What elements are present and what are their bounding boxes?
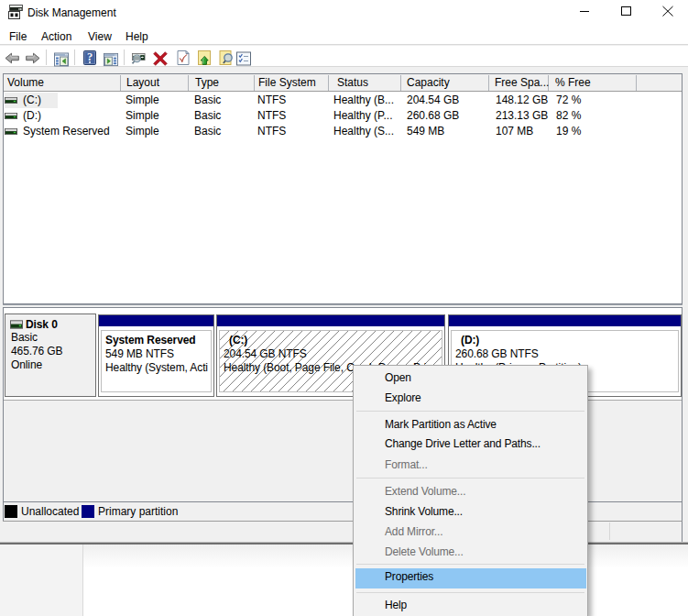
svg-text:?: ? <box>86 50 92 63</box>
